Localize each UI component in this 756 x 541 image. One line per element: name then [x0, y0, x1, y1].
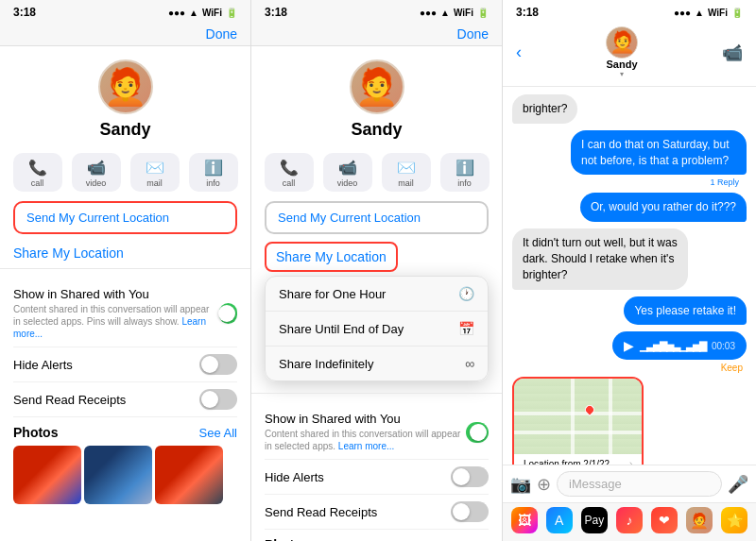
info-btn-1[interactable]: ℹ️ info	[189, 153, 238, 192]
map-location-thumbnail[interactable]: Location from 2/1/22 ›	[512, 377, 644, 465]
status-time-1: 3:18	[13, 6, 36, 19]
mail-btn-2[interactable]: ✉️ mail	[382, 153, 431, 192]
hide-alerts-label-1: Hide Alerts	[13, 358, 73, 372]
action-row-1: 📞 call 📹 video ✉️ mail ℹ️ info	[0, 147, 250, 201]
shared-with-row-2: Show in Shared with You Content shared i…	[265, 405, 489, 460]
info-btn-2[interactable]: ℹ️ info	[440, 153, 490, 192]
read-receipts-label-1: Send Read Receipts	[13, 393, 126, 407]
photos-section-1: Photos See All	[0, 417, 250, 508]
msg-bubble-2: I can do that on Saturday, but not befor…	[571, 130, 747, 176]
location-section-2: Send My Current Location Share My Locati…	[251, 201, 502, 393]
call-icon-1: 📞	[28, 159, 47, 177]
photos-label-1: Photos	[13, 425, 58, 440]
message-group-6: ▶ ▁▃▅▇▅▃▁▃▅▇ 00:03 Keep	[512, 331, 747, 373]
read-receipts-toggle-1[interactable]	[199, 389, 237, 410]
mail-btn-1[interactable]: ✉️ mail	[130, 153, 180, 192]
location-section-1: Send My Current Location Share My Locati…	[0, 201, 250, 268]
mail-label-1: mail	[146, 178, 163, 188]
mail-label-2: mail	[398, 178, 414, 188]
shared-with-toggle-2[interactable]	[466, 422, 489, 443]
popup-item-hour[interactable]: Share for One Hour 🕐	[266, 277, 488, 312]
shared-with-label-2: Show in Shared with You	[265, 412, 466, 426]
drawer-avatar-icon[interactable]: 🧑‍🦰	[686, 507, 713, 533]
hide-alerts-toggle-2[interactable]	[451, 466, 489, 487]
done-button-1[interactable]: Done	[206, 26, 237, 42]
photo-thumb-1c[interactable]	[155, 446, 223, 504]
video-btn-1[interactable]: 📹 video	[72, 153, 121, 192]
read-receipts-row-2: Send Read Receipts	[265, 495, 489, 530]
map-location-label: Location from 2/1/22	[524, 459, 610, 465]
call-btn-2[interactable]: 📞 call	[265, 153, 314, 192]
popup-item-indefinitely[interactable]: Share Indefinitely ∞	[266, 347, 488, 380]
video-call-button[interactable]: 📹	[722, 42, 743, 63]
read-receipts-label-2: Send Read Receipts	[265, 505, 377, 519]
video-btn-2[interactable]: 📹 video	[323, 153, 372, 192]
shared-with-label-1: Show in Shared with You	[13, 287, 219, 301]
apps-icon[interactable]: ⊕	[537, 474, 551, 495]
message-input[interactable]: iMessage	[557, 471, 722, 497]
avatar-2: 🧑‍🦰	[350, 59, 404, 114]
share-my-location-btn-1[interactable]: Share My Location	[13, 242, 237, 264]
call-label-1: call	[31, 178, 44, 188]
shared-with-toggle-1[interactable]	[219, 303, 237, 324]
shared-with-desc-1: Content shared in this conversation will…	[13, 303, 219, 340]
drawer-appstore-icon[interactable]: A	[546, 507, 573, 533]
imessage-panel: 3:18 ●●● ▲ WiFi 🔋 ‹ 🧑‍🦰 Sandy ▾ 📹 bright…	[503, 0, 756, 541]
avatar-1: 🧑‍🦰	[98, 59, 153, 114]
drawer-sticker-icon[interactable]: ⭐	[721, 507, 747, 533]
contact-name-1: Sandy	[99, 120, 150, 140]
voice-icon[interactable]: 🎤	[728, 474, 748, 495]
imsg-contact-center[interactable]: 🧑‍🦰 Sandy ▾	[606, 26, 638, 78]
action-row-2: 📞 call 📹 video ✉️ mail ℹ️ info	[251, 147, 502, 201]
read-receipts-row-1: Send Read Receipts	[13, 382, 237, 417]
drawer-applepay-icon[interactable]: Pay	[581, 507, 608, 533]
message-row-2: I can do that on Saturday, but not befor…	[512, 130, 747, 176]
message-toolbar: 📷 ⊕ iMessage 🎤	[503, 465, 756, 502]
see-all-link-2[interactable]: See All	[451, 538, 489, 542]
video-icon-2: 📹	[338, 159, 357, 177]
popup-item-day[interactable]: Share Until End of Day 📅	[266, 312, 488, 347]
avatar-section-2: 🧑‍🦰 Sandy	[251, 46, 502, 147]
call-btn-1[interactable]: 📞 call	[13, 153, 62, 192]
contact-name-2: Sandy	[351, 120, 402, 140]
video-icon-1: 📹	[87, 159, 106, 177]
photos-section-2: Photos See All	[251, 530, 502, 541]
message-placeholder: iMessage	[569, 477, 622, 491]
audio-message[interactable]: ▶ ▁▃▅▇▅▃▁▃▅▇ 00:03	[612, 331, 747, 360]
popup-day-label: Share Until End of Day	[279, 322, 404, 336]
photo-thumb-1b[interactable]	[84, 446, 152, 504]
back-button[interactable]: ‹	[516, 42, 522, 62]
drawer-music-icon[interactable]: ♪	[616, 507, 643, 533]
msg-bubble-4: It didn't turn out well, but it was dark…	[512, 228, 688, 289]
send-current-location-btn-2[interactable]: Send My Current Location	[265, 201, 489, 234]
audio-duration: 00:03	[712, 341, 735, 351]
send-current-location-btn-1[interactable]: Send My Current Location	[13, 201, 237, 234]
map-chevron-icon: ›	[629, 459, 632, 465]
reply-indicator-2: 1 Reply	[512, 178, 747, 187]
infinity-icon: ∞	[465, 356, 474, 371]
message-row-5: Yes please retake it!	[512, 296, 747, 326]
shared-with-row-1: Show in Shared with You Content shared i…	[13, 280, 237, 347]
see-all-link-1[interactable]: See All	[199, 426, 237, 440]
share-my-location-btn-2[interactable]: Share My Location	[265, 242, 398, 272]
status-bar-1: 3:18 ●●● ▲ WiFi 🔋	[0, 0, 250, 23]
photo-thumb-1a[interactable]	[13, 446, 81, 504]
mail-icon-1: ✉️	[146, 159, 164, 177]
camera-icon[interactable]: 📷	[510, 474, 531, 495]
keep-label[interactable]: Keep	[512, 363, 747, 373]
msg-bubble-1: brighter?	[512, 94, 577, 124]
message-group-2: I can do that on Saturday, but not befor…	[512, 130, 747, 190]
play-button[interactable]: ▶	[624, 338, 634, 353]
drawer-photos-icon[interactable]: 🖼	[511, 507, 538, 533]
hide-alerts-toggle-1[interactable]	[199, 354, 237, 375]
read-receipts-toggle-2[interactable]	[451, 501, 489, 522]
drawer-heart-icon[interactable]: ❤	[651, 507, 678, 533]
clock-icon: 🕐	[458, 286, 474, 301]
messages-area: brighter? I can do that on Saturday, but…	[503, 87, 756, 465]
message-row-6: ▶ ▁▃▅▇▅▃▁▃▅▇ 00:03	[512, 331, 747, 360]
share-location-popup: Share for One Hour 🕐 Share Until End of …	[265, 276, 489, 381]
done-button-2[interactable]: Done	[457, 26, 489, 42]
video-label-1: video	[86, 178, 107, 188]
map-image	[514, 379, 644, 454]
call-icon-2: 📞	[280, 159, 299, 177]
